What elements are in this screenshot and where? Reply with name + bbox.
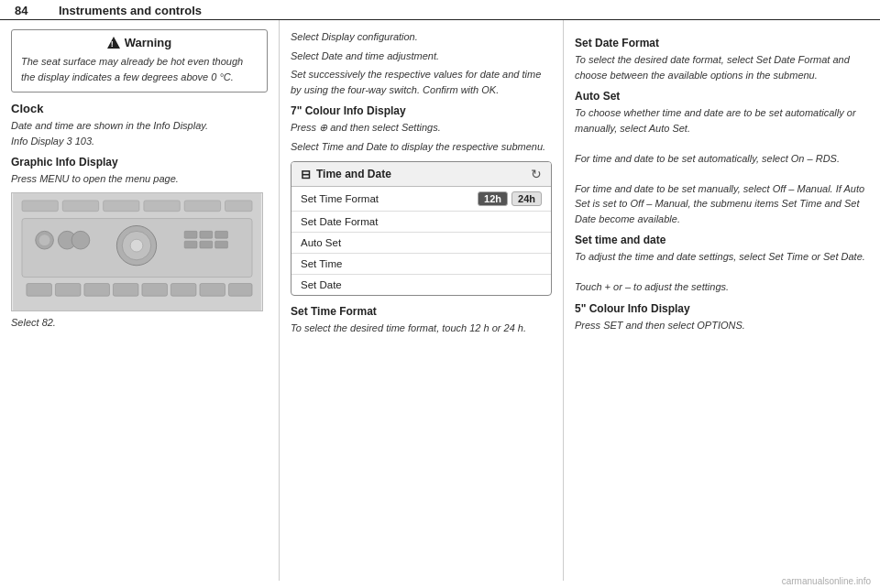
date-format-label: Set Date Format xyxy=(301,216,378,227)
dialog-title-text: Time and Date xyxy=(316,168,391,180)
warning-text: The seat surface may already be hot even… xyxy=(21,54,258,84)
svg-rect-16 xyxy=(200,241,213,248)
time-format-label: Set Time Format xyxy=(301,193,379,204)
svg-rect-5 xyxy=(184,200,220,211)
set-time-format-heading: Set Time Format xyxy=(291,305,552,318)
svg-point-9 xyxy=(39,234,50,245)
svg-point-20 xyxy=(130,239,143,252)
svg-rect-2 xyxy=(62,200,98,211)
colour-display-heading: 7" Colour Info Display xyxy=(291,104,552,117)
right-set-time-date-heading: Set time and date xyxy=(575,234,869,246)
time-format-options: 12h 24h xyxy=(478,191,542,206)
svg-rect-27 xyxy=(200,283,226,296)
right-auto-set-text: To choose whether time and date are to b… xyxy=(575,105,869,226)
warning-title: Warning xyxy=(21,36,258,49)
dialog-row-date-format[interactable]: Set Date Format xyxy=(292,212,551,233)
set-time-format-text: To select the desired time format, touch… xyxy=(291,321,552,336)
svg-rect-28 xyxy=(228,283,252,296)
svg-rect-6 xyxy=(226,200,253,211)
dialog-row-set-date[interactable]: Set Date xyxy=(292,275,551,295)
left-column: Warning The seat surface may already be … xyxy=(0,20,280,581)
dialog-header-icon: ⊟ xyxy=(301,168,311,181)
svg-point-11 xyxy=(72,231,90,249)
right-auto-set-heading: Auto Set xyxy=(575,90,869,103)
svg-rect-26 xyxy=(170,283,196,296)
mid-intro-1: Select Display configuration. xyxy=(291,29,552,45)
dialog-header: ⊟ Time and Date ↻ xyxy=(292,162,551,187)
right-column: Set Date Format To select the desired da… xyxy=(564,20,880,581)
warning-triangle-icon xyxy=(107,37,120,49)
page-number: 84 xyxy=(15,4,51,17)
mid-intro-3: Set successively the respective values f… xyxy=(291,67,552,97)
svg-rect-21 xyxy=(27,283,52,296)
svg-rect-13 xyxy=(200,231,213,238)
right-set-time-date-text: To adjust the time and date settings, se… xyxy=(575,249,869,295)
page-title: Instruments and controls xyxy=(51,4,865,17)
svg-rect-3 xyxy=(104,200,139,211)
dialog-refresh-icon[interactable]: ↻ xyxy=(531,167,542,181)
right-set-date-format-text: To select the desired date format, selec… xyxy=(575,52,869,82)
instrument-panel-svg xyxy=(12,193,262,310)
clock-heading: Clock xyxy=(11,102,268,115)
watermark: carmanualsonline.info xyxy=(782,576,871,586)
time-date-dialog: ⊟ Time and Date ↻ Set Time Format 12h 24… xyxy=(291,161,552,296)
graphic-info-text: Press MENU to open the menu page. xyxy=(11,171,268,187)
auto-set-label: Auto Set xyxy=(301,237,341,248)
mid-column: Select Display configuration. Select Dat… xyxy=(280,20,564,581)
colour-display-text1: Press ⊕ and then select Settings. xyxy=(291,120,552,136)
svg-rect-15 xyxy=(184,241,197,248)
svg-rect-4 xyxy=(144,200,180,211)
dialog-row-set-time[interactable]: Set Time xyxy=(292,254,551,275)
dialog-row-auto-set[interactable]: Auto Set xyxy=(292,233,551,254)
set-date-label: Set Date xyxy=(301,279,342,290)
set-time-label: Set Time xyxy=(301,258,342,269)
svg-rect-17 xyxy=(215,241,228,248)
time-format-12h[interactable]: 12h xyxy=(478,191,508,206)
dialog-header-title: ⊟ Time and Date xyxy=(301,168,391,181)
mid-intro-2: Select Date and time adjustment. xyxy=(291,49,552,64)
dialog-row-time-format: Set Time Format 12h 24h xyxy=(292,187,551,212)
svg-rect-1 xyxy=(22,200,58,211)
select-label: Select 82. xyxy=(11,317,268,328)
right-5inch-text: Press SET and then select OPTIONS. xyxy=(575,318,869,333)
colour-display-text2: Select Time and Date to display the resp… xyxy=(291,139,552,155)
time-format-24h[interactable]: 24h xyxy=(512,191,542,206)
right-5inch-heading: 5" Colour Info Display xyxy=(575,302,869,315)
warning-box: Warning The seat surface may already be … xyxy=(11,29,268,93)
graphic-info-heading: Graphic Info Display xyxy=(11,156,268,169)
warning-label: Warning xyxy=(125,36,172,49)
svg-rect-12 xyxy=(184,231,197,238)
instrument-panel-image xyxy=(11,192,263,311)
svg-rect-14 xyxy=(215,231,228,238)
clock-text: Date and time are shown in the Info Disp… xyxy=(11,118,268,148)
svg-rect-22 xyxy=(55,283,81,296)
page-header: 84 Instruments and controls xyxy=(0,0,880,20)
right-set-date-format-heading: Set Date Format xyxy=(575,37,869,49)
svg-rect-23 xyxy=(84,283,110,296)
svg-rect-24 xyxy=(113,283,138,296)
main-content: Warning The seat surface may already be … xyxy=(0,20,880,581)
svg-rect-25 xyxy=(142,283,168,296)
